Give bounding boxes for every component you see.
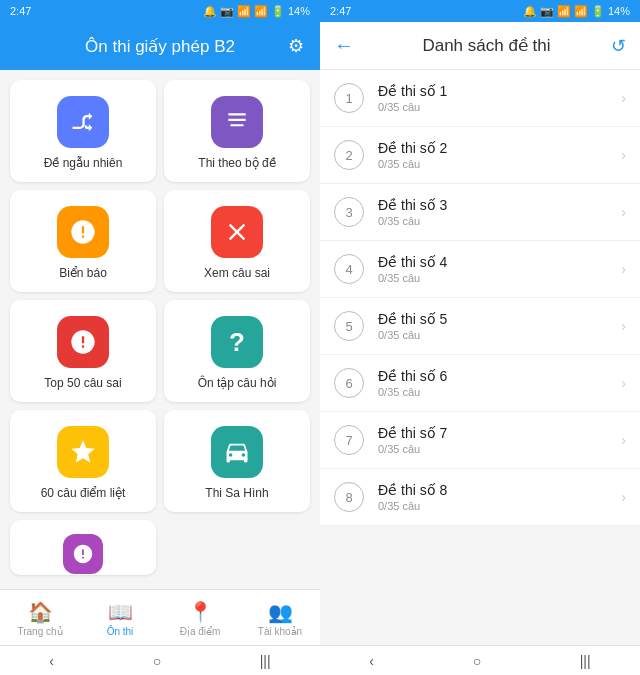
refresh-icon[interactable]: ↺	[611, 35, 626, 57]
random-icon	[57, 96, 109, 148]
top50-icon	[57, 316, 109, 368]
signs-icon	[57, 206, 109, 258]
exam-title: Đề thi số 2	[378, 140, 607, 156]
menu-card-top50[interactable]: Top 50 câu sai	[10, 300, 156, 402]
exam-title: Đề thi số 4	[378, 254, 607, 270]
exam-item-2[interactable]: 2 Đề thi số 2 0/35 câu ›	[320, 127, 640, 184]
menu-card-wrong[interactable]: Xem câu sai	[164, 190, 310, 292]
exam-item-5[interactable]: 5 Đề thi số 5 0/35 câu ›	[320, 298, 640, 355]
exam-progress: 0/35 câu	[378, 329, 607, 341]
review-icon: ?	[211, 316, 263, 368]
bottom-nav: 🏠 Trang chủ 📖 Ôn thi 📍 Địa điểm 👥 Tài kh…	[0, 589, 320, 645]
exam-info: Đề thi số 3 0/35 câu	[378, 197, 607, 227]
nav-location[interactable]: 📍 Địa điểm	[170, 600, 230, 637]
set-icon	[211, 96, 263, 148]
menu-card-60q[interactable]: 60 câu điểm liệt	[10, 410, 156, 512]
right-back-btn[interactable]: ‹	[369, 653, 374, 669]
exam-info: Đề thi số 6 0/35 câu	[378, 368, 607, 398]
nav-location-label: Địa điểm	[180, 626, 221, 637]
right-home-btn[interactable]: ○	[473, 653, 481, 669]
right-header: ← Danh sách đề thi ↺	[320, 22, 640, 70]
right-time: 2:47	[330, 5, 351, 17]
right-sys-nav: ‹ ○ |||	[320, 645, 640, 675]
chevron-right-icon: ›	[621, 432, 626, 448]
left-recents-btn[interactable]: |||	[260, 653, 271, 669]
left-header: Ôn thi giấy phép B2 ⚙	[0, 22, 320, 70]
left-status-icons: 🔔 📷 📶 📶 🔋 14%	[203, 5, 310, 18]
left-header-title: Ôn thi giấy phép B2	[85, 36, 235, 57]
chevron-right-icon: ›	[621, 318, 626, 334]
menu-card-review[interactable]: ? Ôn tập câu hỏi	[164, 300, 310, 402]
signs-label: Biển báo	[59, 266, 107, 280]
driving-icon	[211, 426, 263, 478]
exam-number: 3	[334, 197, 364, 227]
right-recents-btn[interactable]: |||	[580, 653, 591, 669]
nav-study-label: Ôn thi	[107, 626, 134, 637]
empty-partial	[164, 520, 310, 575]
nav-home-label: Trang chủ	[17, 626, 62, 637]
menu-card-set[interactable]: Thi theo bộ đề	[164, 80, 310, 182]
wrong-icon	[211, 206, 263, 258]
exam-info: Đề thi số 7 0/35 câu	[378, 425, 607, 455]
exam-number: 6	[334, 368, 364, 398]
left-time: 2:47	[10, 5, 31, 17]
exam-title: Đề thi số 6	[378, 368, 607, 384]
home-icon: 🏠	[28, 600, 53, 624]
nav-account-label: Tài khoản	[258, 626, 302, 637]
exam-item-3[interactable]: 3 Đề thi số 3 0/35 câu ›	[320, 184, 640, 241]
gear-icon[interactable]: ⚙	[288, 35, 304, 57]
exam-item-7[interactable]: 7 Đề thi số 7 0/35 câu ›	[320, 412, 640, 469]
chevron-right-icon: ›	[621, 261, 626, 277]
exam-number: 7	[334, 425, 364, 455]
exam-info: Đề thi số 8 0/35 câu	[378, 482, 607, 512]
top50-label: Top 50 câu sai	[44, 376, 121, 390]
chevron-right-icon: ›	[621, 489, 626, 505]
partial-icon	[63, 534, 103, 574]
left-status-bar: 2:47 🔔 📷 📶 📶 🔋 14%	[0, 0, 320, 22]
chevron-right-icon: ›	[621, 147, 626, 163]
chevron-right-icon: ›	[621, 375, 626, 391]
left-sys-nav: ‹ ○ |||	[0, 645, 320, 675]
60q-icon	[57, 426, 109, 478]
right-status-icons: 🔔 📷 📶 📶 🔋 14%	[523, 5, 630, 18]
exam-item-4[interactable]: 4 Đề thi số 4 0/35 câu ›	[320, 241, 640, 298]
exam-progress: 0/35 câu	[378, 272, 607, 284]
account-icon: 👥	[268, 600, 293, 624]
60q-label: 60 câu điểm liệt	[41, 486, 126, 500]
wrong-label: Xem câu sai	[204, 266, 270, 280]
nav-home[interactable]: 🏠 Trang chủ	[10, 600, 70, 637]
menu-card-partial[interactable]	[10, 520, 156, 575]
exam-number: 8	[334, 482, 364, 512]
exam-item-1[interactable]: 1 Đề thi số 1 0/35 câu ›	[320, 70, 640, 127]
exam-number: 1	[334, 83, 364, 113]
exam-info: Đề thi số 5 0/35 câu	[378, 311, 607, 341]
random-label: Đề ngẫu nhiên	[44, 156, 123, 170]
chevron-right-icon: ›	[621, 90, 626, 106]
exam-progress: 0/35 câu	[378, 158, 607, 170]
menu-card-random[interactable]: Đề ngẫu nhiên	[10, 80, 156, 182]
right-status-bar: 2:47 🔔 📷 📶 📶 🔋 14%	[320, 0, 640, 22]
nav-study[interactable]: 📖 Ôn thi	[90, 600, 150, 637]
exam-item-8[interactable]: 8 Đề thi số 8 0/35 câu ›	[320, 469, 640, 526]
left-back-btn[interactable]: ‹	[49, 653, 54, 669]
exam-info: Đề thi số 1 0/35 câu	[378, 83, 607, 113]
menu-card-signs[interactable]: Biển báo	[10, 190, 156, 292]
menu-card-driving[interactable]: Thi Sa Hình	[164, 410, 310, 512]
exam-progress: 0/35 câu	[378, 215, 607, 227]
exam-list: 1 Đề thi số 1 0/35 câu › 2 Đề thi số 2 0…	[320, 70, 640, 645]
exam-item-6[interactable]: 6 Đề thi số 6 0/35 câu ›	[320, 355, 640, 412]
back-icon[interactable]: ←	[334, 34, 354, 57]
left-panel: 2:47 🔔 📷 📶 📶 🔋 14% Ôn thi giấy phép B2 ⚙…	[0, 0, 320, 675]
chevron-right-icon: ›	[621, 204, 626, 220]
location-icon: 📍	[188, 600, 213, 624]
nav-account[interactable]: 👥 Tài khoản	[250, 600, 310, 637]
exam-progress: 0/35 câu	[378, 386, 607, 398]
exam-progress: 0/35 câu	[378, 101, 607, 113]
exam-info: Đề thi số 2 0/35 câu	[378, 140, 607, 170]
left-home-btn[interactable]: ○	[153, 653, 161, 669]
exam-number: 5	[334, 311, 364, 341]
exam-progress: 0/35 câu	[378, 500, 607, 512]
study-icon: 📖	[108, 600, 133, 624]
exam-title: Đề thi số 1	[378, 83, 607, 99]
exam-title: Đề thi số 3	[378, 197, 607, 213]
